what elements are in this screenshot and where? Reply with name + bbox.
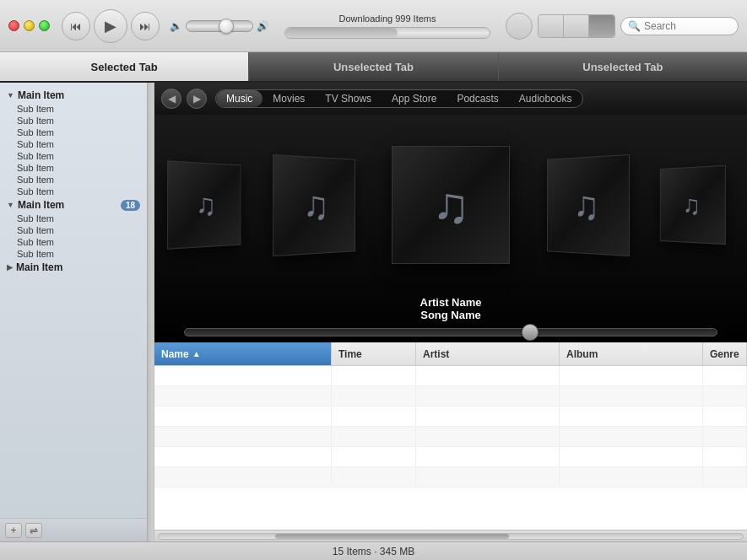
tab-unselected-1[interactable]: Unselected Tab bbox=[249, 52, 498, 81]
toolbar-right: 🔍 bbox=[506, 13, 739, 40]
progress-bar-area bbox=[184, 328, 717, 337]
coverflow-view-button[interactable] bbox=[589, 15, 614, 37]
volume-low-icon: 🔈 bbox=[170, 20, 182, 32]
progress-bar[interactable] bbox=[184, 328, 717, 337]
main-panel: ◀ ▶ Music Movies TV Shows App Store Podc… bbox=[154, 83, 747, 541]
resize-handle[interactable] bbox=[148, 83, 154, 541]
album-cover-right[interactable]: ♫ bbox=[547, 153, 630, 256]
table-row[interactable] bbox=[154, 447, 747, 467]
covers-container: ♫ ♫ ♫ ♫ ♫ bbox=[154, 121, 747, 289]
album-view-button[interactable] bbox=[564, 15, 589, 37]
view-buttons bbox=[538, 14, 615, 38]
music-note-icon: ♫ bbox=[683, 189, 701, 220]
scrollbar-thumb[interactable] bbox=[275, 534, 509, 539]
list-item[interactable]: Sub Item bbox=[0, 115, 147, 127]
rewind-button[interactable]: ⏮ bbox=[62, 12, 90, 40]
fast-forward-button[interactable]: ⏭ bbox=[131, 12, 160, 40]
column-artist[interactable]: Artist bbox=[416, 342, 560, 365]
list-item[interactable]: Sub Item bbox=[0, 248, 147, 260]
collapse-icon-1: ▼ bbox=[7, 91, 14, 100]
add-button[interactable]: + bbox=[5, 523, 22, 538]
list-item[interactable]: Sub Item bbox=[0, 162, 147, 174]
nav-audiobooks[interactable]: Audiobooks bbox=[509, 90, 582, 107]
volume-control: 🔈 🔊 bbox=[170, 20, 269, 32]
content-area: ▼ Main Item Sub Item Sub Item Sub Item S… bbox=[0, 83, 747, 541]
cover-flow: ♫ ♫ ♫ ♫ ♫ Artist Name Song Name bbox=[154, 115, 747, 342]
column-genre[interactable]: Genre bbox=[703, 342, 747, 365]
minimize-button[interactable] bbox=[24, 20, 35, 31]
maximize-button[interactable] bbox=[39, 20, 50, 31]
table-rows[interactable] bbox=[154, 366, 747, 530]
sidebar-footer: + ⇌ bbox=[0, 518, 147, 541]
list-view-button[interactable] bbox=[539, 15, 564, 37]
table-row[interactable] bbox=[154, 427, 747, 447]
collapse-icon-3: ▶ bbox=[7, 263, 13, 272]
progress-thumb[interactable] bbox=[522, 324, 539, 341]
album-cover-far-right[interactable]: ♫ bbox=[660, 165, 726, 245]
status-bar: 15 Items · 345 MB bbox=[0, 541, 747, 560]
list-item[interactable]: Sub Item bbox=[0, 186, 147, 197]
download-progress-bar bbox=[284, 27, 490, 39]
close-button[interactable] bbox=[8, 20, 19, 31]
download-area: Downloading 999 Items bbox=[284, 13, 490, 39]
nav-back-button[interactable]: ◀ bbox=[161, 89, 181, 109]
table-row[interactable] bbox=[154, 386, 747, 407]
table-header: Name ▲ Time Artist Album Genre bbox=[154, 342, 747, 366]
music-note-icon: ♫ bbox=[302, 181, 328, 229]
music-note-icon: ♫ bbox=[196, 187, 216, 223]
volume-slider[interactable] bbox=[186, 20, 253, 32]
table-row[interactable] bbox=[154, 407, 747, 427]
sidebar: ▼ Main Item Sub Item Sub Item Sub Item S… bbox=[0, 83, 148, 541]
nav-tv-shows[interactable]: TV Shows bbox=[315, 90, 382, 107]
list-item[interactable]: Sub Item bbox=[0, 150, 147, 162]
artist-name: Artist Name bbox=[420, 296, 482, 309]
nav-app-store[interactable]: App Store bbox=[382, 90, 447, 107]
shuffle-button[interactable]: ⇌ bbox=[25, 523, 42, 538]
badge: 18 bbox=[121, 200, 140, 211]
sidebar-main-item-3[interactable]: ▶ Main Item bbox=[0, 260, 147, 275]
album-cover-left[interactable]: ♫ bbox=[273, 153, 355, 256]
nav-music[interactable]: Music bbox=[216, 90, 263, 107]
album-info: Artist Name Song Name bbox=[420, 296, 482, 321]
sidebar-main-item-1[interactable]: ▼ Main Item bbox=[0, 88, 147, 103]
album-cover-far-left[interactable]: ♫ bbox=[167, 160, 241, 249]
column-time[interactable]: Time bbox=[332, 342, 416, 365]
song-name: Song Name bbox=[420, 309, 482, 321]
status-text: 15 Items · 345 MB bbox=[333, 546, 414, 557]
column-name[interactable]: Name ▲ bbox=[154, 342, 332, 365]
nav-podcasts[interactable]: Podcasts bbox=[447, 90, 508, 107]
list-item[interactable]: Sub Item bbox=[0, 103, 147, 115]
navbar: ◀ ▶ Music Movies TV Shows App Store Podc… bbox=[154, 83, 747, 115]
tab-selected[interactable]: Selected Tab bbox=[0, 52, 249, 81]
volume-thumb[interactable] bbox=[219, 19, 234, 34]
music-note-icon: ♫ bbox=[573, 181, 599, 229]
list-item[interactable]: Sub Item bbox=[0, 127, 147, 138]
search-box[interactable]: 🔍 bbox=[620, 17, 739, 35]
playback-controls: ⏮ ▶ ⏭ bbox=[62, 9, 160, 43]
search-input[interactable] bbox=[644, 20, 731, 32]
traffic-lights bbox=[8, 20, 50, 31]
nav-movies[interactable]: Movies bbox=[263, 90, 315, 107]
music-note-icon: ♫ bbox=[432, 176, 470, 234]
scrollbar-track[interactable] bbox=[158, 533, 744, 540]
table-row[interactable] bbox=[154, 366, 747, 386]
list-item[interactable]: Sub Item bbox=[0, 174, 147, 186]
table-row[interactable] bbox=[154, 467, 747, 487]
list-item[interactable]: Sub Item bbox=[0, 236, 147, 248]
tab-unselected-2[interactable]: Unselected Tab bbox=[499, 52, 747, 81]
column-album[interactable]: Album bbox=[560, 342, 703, 365]
volume-high-icon: 🔊 bbox=[257, 20, 269, 32]
horizontal-scrollbar[interactable] bbox=[154, 530, 747, 541]
album-cover-center[interactable]: ♫ bbox=[392, 146, 510, 264]
eject-button[interactable] bbox=[506, 13, 533, 40]
table-area: Name ▲ Time Artist Album Genre bbox=[154, 342, 747, 541]
list-item[interactable]: Sub Item bbox=[0, 213, 147, 224]
sidebar-main-item-2[interactable]: ▼ Main Item 18 bbox=[0, 197, 147, 213]
sidebar-scroll[interactable]: ▼ Main Item Sub Item Sub Item Sub Item S… bbox=[0, 83, 147, 518]
collapse-icon-2: ▼ bbox=[7, 201, 14, 209]
play-button[interactable]: ▶ bbox=[94, 9, 127, 43]
list-item[interactable]: Sub Item bbox=[0, 138, 147, 150]
nav-forward-button[interactable]: ▶ bbox=[187, 89, 207, 109]
download-progress-fill bbox=[285, 28, 398, 38]
list-item[interactable]: Sub Item bbox=[0, 224, 147, 236]
